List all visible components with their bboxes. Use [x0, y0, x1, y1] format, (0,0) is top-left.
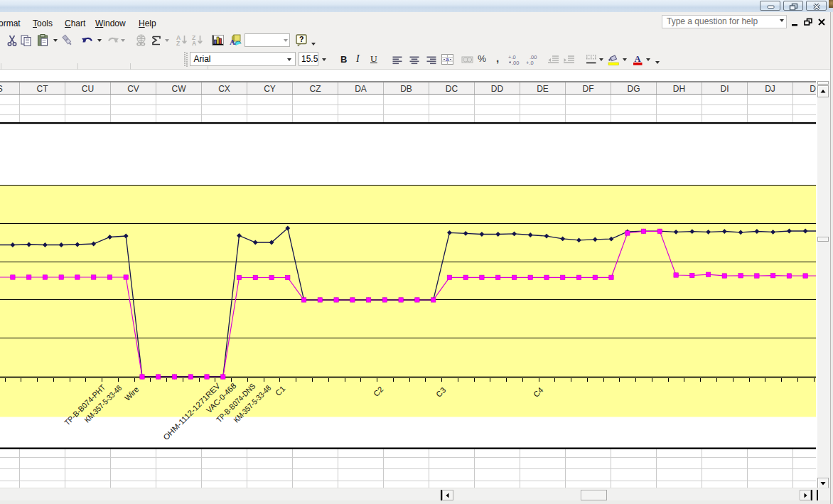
svg-text:+.0: +.0	[526, 60, 534, 65]
svg-text:A: A	[230, 38, 235, 46]
svg-text:a: a	[446, 56, 449, 63]
svg-text:?: ?	[299, 35, 303, 43]
svg-text:.00: .00	[512, 60, 519, 65]
svg-text:A: A	[192, 40, 196, 46]
svg-text:Z: Z	[176, 40, 180, 46]
svg-text:A: A	[634, 54, 640, 64]
